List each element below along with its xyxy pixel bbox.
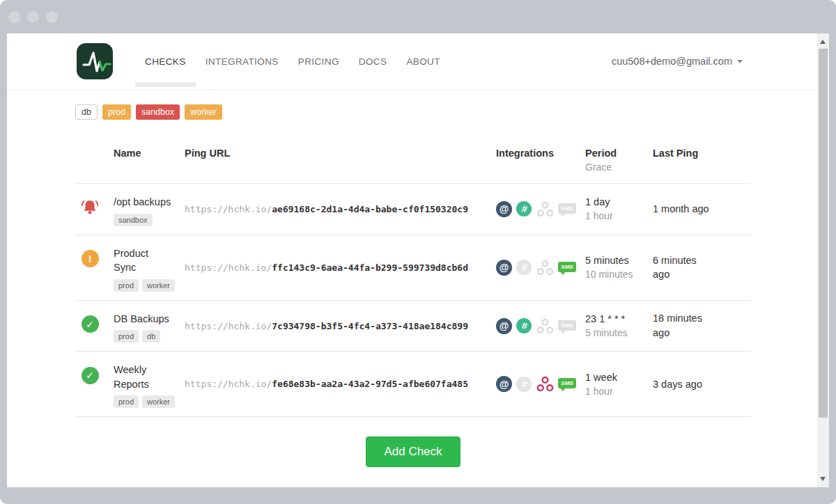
column-header-period-grace: Period Grace [585, 138, 653, 184]
nav-pricing[interactable]: PRICING [288, 33, 349, 89]
period-value: 5 minutes [585, 255, 653, 266]
column-header-status [75, 138, 114, 184]
last-ping-cell: 18 minutes ago [653, 300, 751, 352]
check-row: ! ✓ Product Sync prodworker https://hchk… [75, 235, 751, 300]
email-integration-icon[interactable]: @ [496, 201, 512, 217]
scroll-up-arrow-icon[interactable] [820, 40, 826, 44]
check-name[interactable]: /opt backups [114, 195, 172, 210]
period-value: 23 1 * * * [585, 313, 653, 324]
account-email: cuu508+demo@gmail.com [612, 56, 732, 67]
check-name[interactable]: DB Backups [114, 312, 172, 326]
email-integration-icon[interactable]: @ [496, 260, 512, 276]
check-tags: proddb [114, 329, 185, 342]
slack-integration-icon[interactable]: # [516, 377, 532, 392]
window-control-dot[interactable] [8, 11, 20, 23]
last-ping-cell: 3 days ago [653, 352, 751, 417]
filter-tag-prod[interactable]: prod [102, 104, 131, 120]
main-nav: CHECKS INTEGRATIONS PRICING DOCS ABOUT [135, 33, 450, 89]
filter-tag-worker[interactable]: worker [185, 104, 222, 120]
period-cell: 23 1 * * * 5 minutes [585, 300, 653, 352]
status-down-bell-icon: ! ✓ [79, 197, 100, 218]
sms-integration-icon[interactable]: SMS [558, 262, 575, 272]
sms-integration-icon[interactable]: SMS [558, 320, 575, 331]
column-header-last-ping: Last Ping [653, 138, 751, 184]
nav-checks[interactable]: CHECKS [135, 33, 196, 89]
integrations-cell: @ # SMS [496, 235, 585, 300]
integrations-cell: @ # SMS [496, 184, 585, 235]
window-control-dot[interactable] [27, 11, 39, 23]
check-tag: db [142, 330, 160, 342]
email-integration-icon[interactable]: @ [496, 318, 512, 334]
column-header-ping-url: Ping URL [185, 138, 496, 184]
check-row: ! ✓ Weekly Reports prodworker https://hc… [75, 352, 751, 417]
scrollbar[interactable] [817, 33, 829, 487]
checks-container: db prod sandbox worker Name Ping URL [75, 104, 751, 467]
slack-integration-icon[interactable]: # [516, 318, 532, 333]
ping-url-cell[interactable]: https://hchk.io/fe68e83b-aa2a-43a2-97d5-… [185, 352, 496, 417]
period-cell: 5 minutes 10 minutes [585, 235, 653, 300]
check-tag: worker [142, 395, 175, 408]
check-tag: sandbox [114, 214, 153, 226]
check-tag: prod [114, 279, 139, 292]
status-cell: ! ✓ [75, 184, 114, 235]
status-grace-icon: ! ✓ [79, 249, 100, 269]
ping-url-code: ae69168c-2d1a-4d4a-babe-cf0f150320c9 [272, 204, 468, 214]
webhook-integration-icon[interactable] [536, 317, 554, 335]
name-cell: Product Sync prodworker [114, 235, 185, 300]
check-name[interactable]: Weekly Reports [114, 363, 172, 391]
status-up-check-icon: ! ✓ [79, 365, 100, 386]
grace-value: 1 hour [585, 386, 653, 397]
sms-integration-icon[interactable]: SMS [558, 203, 575, 214]
status-cell: ! ✓ [75, 352, 114, 417]
window-control-dot[interactable] [46, 11, 58, 23]
scrollbar-thumb[interactable] [819, 49, 828, 418]
column-header-period: Period [585, 148, 653, 159]
email-integration-icon[interactable]: @ [496, 376, 512, 392]
add-check-area: Add Check [75, 436, 751, 467]
slack-integration-icon[interactable]: # [516, 201, 532, 216]
ping-url-prefix: https://hchk.io/ [185, 321, 272, 331]
name-cell: DB Backups proddb [114, 300, 185, 352]
last-ping-cell: 6 minutes ago [653, 235, 751, 300]
ping-url-cell[interactable]: https://hchk.io/ae69168c-2d1a-4d4a-babe-… [185, 184, 496, 235]
sms-integration-icon[interactable]: SMS [558, 378, 575, 388]
slack-integration-icon[interactable]: # [516, 260, 532, 275]
last-ping-value: 6 minutes ago [653, 253, 711, 282]
column-header-name: Name [114, 138, 185, 184]
check-tags: sandbox [114, 213, 185, 226]
ping-url-cell[interactable]: https://hchk.io/7c934798-b3f5-4fc4-a373-… [185, 300, 496, 352]
integrations-cell: @ # SMS [496, 352, 585, 417]
column-header-grace: Grace [585, 162, 653, 173]
check-tags: prodworker [114, 278, 185, 292]
filter-tag-sandbox[interactable]: sandbox [136, 104, 180, 120]
checks-table: Name Ping URL Integrations Period Grace … [75, 138, 751, 417]
nav-about[interactable]: ABOUT [396, 33, 450, 89]
ping-url-prefix: https://hchk.io/ [185, 379, 272, 389]
check-row: ! ✓ /opt backups sandbox https://hchk.io… [75, 184, 751, 235]
nav-integrations[interactable]: INTEGRATIONS [196, 33, 288, 89]
add-check-button[interactable]: Add Check [366, 436, 460, 467]
ping-url-cell[interactable]: https://hchk.io/ffc143c9-6aea-44fa-b299-… [185, 235, 496, 300]
ping-url-code: ffc143c9-6aea-44fa-b299-599739d8cb6d [272, 262, 468, 273]
webhook-integration-icon[interactable] [536, 259, 554, 276]
webhook-integration-icon[interactable] [536, 200, 554, 218]
account-menu[interactable]: cuu508+demo@gmail.com [612, 56, 743, 67]
period-value: 1 week [585, 372, 653, 383]
webhook-integration-icon[interactable] [536, 375, 554, 393]
filter-tag-db[interactable]: db [75, 104, 98, 120]
grace-value: 5 minutes [585, 327, 653, 338]
name-cell: Weekly Reports prodworker [114, 352, 185, 417]
scroll-down-arrow-icon[interactable] [820, 477, 826, 481]
check-tag: worker [142, 279, 175, 292]
nav-docs[interactable]: DOCS [349, 33, 397, 89]
check-name[interactable]: Product Sync [114, 246, 172, 275]
check-tags: prodworker [114, 395, 185, 408]
status-cell: ! ✓ [75, 235, 114, 300]
table-header-row: Name Ping URL Integrations Period Grace … [75, 138, 751, 184]
ping-url-code: fe68e83b-aa2a-43a2-97d5-afbe607fa485 [272, 379, 468, 389]
check-row: ! ✓ DB Backups proddb https://hchk.io/7c… [75, 300, 751, 352]
column-header-integrations: Integrations [496, 138, 585, 184]
grace-value: 1 hour [585, 210, 653, 221]
healthchecks-logo-icon[interactable] [77, 43, 113, 79]
name-cell: /opt backups sandbox [114, 184, 185, 235]
